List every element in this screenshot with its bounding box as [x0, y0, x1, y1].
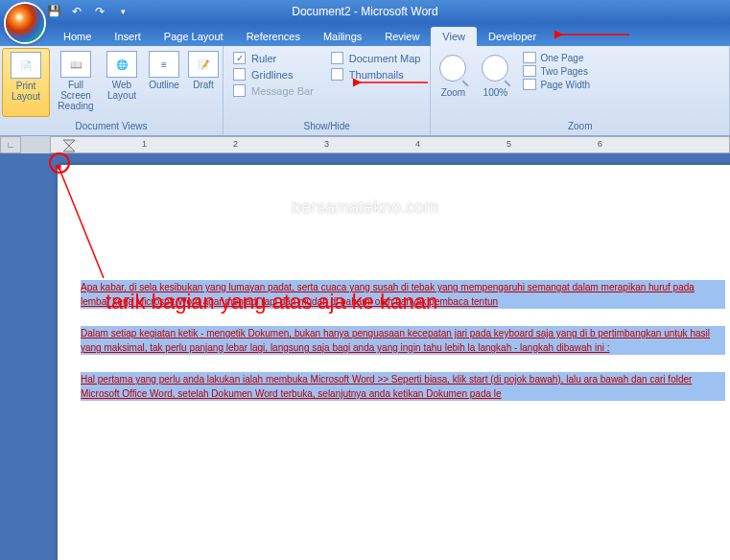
tab-view[interactable]: View — [431, 27, 477, 46]
zoom-icon — [439, 55, 466, 82]
ruler-checkbox-row[interactable]: ✓ Ruler — [233, 52, 314, 64]
ruler-label: Ruler — [251, 53, 276, 64]
ruler-tick: 6 — [598, 139, 602, 149]
page[interactable]: tarik bagian yang atas aja ke kanan Apa … — [58, 165, 730, 560]
thumbnails-checkbox-row[interactable]: Thumbnails — [331, 68, 421, 81]
page-width-icon — [523, 79, 536, 90]
ribbon-tabs: Home Insert Page Layout References Maili… — [0, 23, 730, 46]
ruler-tick: 1 — [142, 139, 147, 149]
ruler-tick: 2 — [233, 139, 238, 149]
hundred-percent-icon — [482, 55, 508, 82]
tab-page-layout[interactable]: Page Layout — [153, 27, 235, 46]
one-page-button[interactable]: One Page — [523, 52, 590, 63]
horizontal-ruler[interactable]: 1 2 3 4 5 6 — [50, 136, 730, 153]
tab-developer[interactable]: Developer — [477, 27, 548, 46]
watermark: bersamatekno.com — [292, 198, 438, 218]
zoom-group-label: Zoom — [433, 119, 727, 133]
group-document-views: 📄 Print Layout 📖 Full Screen Reading 🌐 W… — [0, 46, 224, 135]
web-layout-icon: 🌐 — [106, 51, 137, 78]
print-layout-button[interactable]: 📄 Print Layout — [2, 48, 50, 117]
window-title: Document2 - Microsoft Word — [292, 5, 438, 18]
save-icon[interactable]: 💾 — [46, 4, 61, 19]
two-pages-button[interactable]: Two Pages — [523, 65, 590, 77]
document-map-checkbox[interactable] — [331, 52, 343, 64]
draft-button[interactable]: 📝 Draft — [186, 48, 221, 117]
draft-label: Draft — [193, 80, 214, 90]
page-width-button[interactable]: Page Width — [523, 79, 590, 90]
office-button[interactable] — [6, 4, 44, 42]
ruler-tick: 5 — [506, 139, 511, 149]
tab-home[interactable]: Home — [52, 27, 103, 46]
annotation-text: tarik bagian yang atas aja ke kanan — [106, 290, 437, 315]
tab-insert[interactable]: Insert — [103, 27, 153, 46]
undo-icon[interactable]: ↶ — [69, 4, 84, 19]
show-hide-label: Show/Hide — [225, 119, 428, 133]
outline-icon: ≡ — [149, 51, 179, 78]
paragraph[interactable]: Dalam setiap kegiatan ketik - mengetik D… — [81, 326, 725, 355]
document-map-label: Document Map — [349, 53, 421, 64]
zoom-label: Zoom — [441, 87, 466, 98]
document-map-checkbox-row[interactable]: Document Map — [331, 52, 421, 64]
gridlines-checkbox[interactable] — [233, 68, 246, 81]
ruler-tick: 4 — [415, 139, 420, 149]
thumbnails-checkbox[interactable] — [331, 68, 343, 81]
outline-label: Outline — [149, 80, 179, 90]
tab-mailings[interactable]: Mailings — [312, 27, 373, 46]
ruler-tick: 3 — [324, 139, 329, 149]
paragraph[interactable]: Hal pertama yang perlu anda lakukan iala… — [81, 372, 725, 401]
message-bar-checkbox-row: Message Bar — [233, 84, 314, 97]
web-layout-button[interactable]: 🌐 Web Layout — [102, 48, 142, 117]
group-show-hide: ✓ Ruler Gridlines Message Bar Document M… — [224, 46, 431, 135]
indent-marker[interactable] — [62, 139, 76, 152]
message-bar-checkbox — [233, 84, 246, 97]
print-layout-label: Print Layout — [6, 81, 46, 102]
gridlines-checkbox-row[interactable]: Gridlines — [233, 68, 314, 81]
document-views-label: Document Views — [2, 119, 221, 133]
thumbnails-label: Thumbnails — [349, 69, 404, 81]
full-screen-reading-icon: 📖 — [60, 51, 91, 78]
ruler-checkbox[interactable]: ✓ — [233, 52, 246, 64]
quick-access-toolbar: 💾 ↶ ↷ ▾ — [46, 4, 130, 19]
tab-review[interactable]: Review — [373, 27, 431, 46]
tab-references[interactable]: References — [235, 27, 312, 46]
draft-icon: 📝 — [188, 51, 219, 78]
tab-selector[interactable]: ∟ — [0, 136, 21, 153]
hundred-percent-label: 100% — [483, 87, 508, 98]
title-bar: 💾 ↶ ↷ ▾ Document2 - Microsoft Word — [0, 0, 730, 23]
zoom-button[interactable]: Zoom — [433, 48, 473, 117]
svg-marker-0 — [63, 140, 75, 146]
two-pages-icon — [523, 65, 536, 77]
qat-dropdown-icon[interactable]: ▾ — [115, 4, 130, 19]
web-layout-label: Web Layout — [105, 80, 139, 101]
print-layout-icon: 📄 — [11, 52, 41, 79]
hundred-percent-button[interactable]: 100% — [475, 48, 515, 117]
gridlines-label: Gridlines — [251, 69, 293, 81]
outline-button[interactable]: ≡ Outline — [144, 48, 184, 117]
group-zoom: Zoom 100% One Page Two Pages Page Width … — [431, 46, 730, 135]
ruler-bar: ∟ 1 2 3 4 5 6 — [0, 136, 730, 153]
svg-marker-1 — [63, 146, 75, 152]
ribbon: 📄 Print Layout 📖 Full Screen Reading 🌐 W… — [0, 46, 730, 136]
full-screen-reading-button[interactable]: 📖 Full Screen Reading — [52, 48, 100, 117]
redo-icon[interactable]: ↷ — [92, 4, 107, 19]
message-bar-label: Message Bar — [251, 85, 314, 97]
one-page-icon — [523, 52, 536, 63]
full-screen-reading-label: Full Screen Reading — [55, 80, 97, 111]
